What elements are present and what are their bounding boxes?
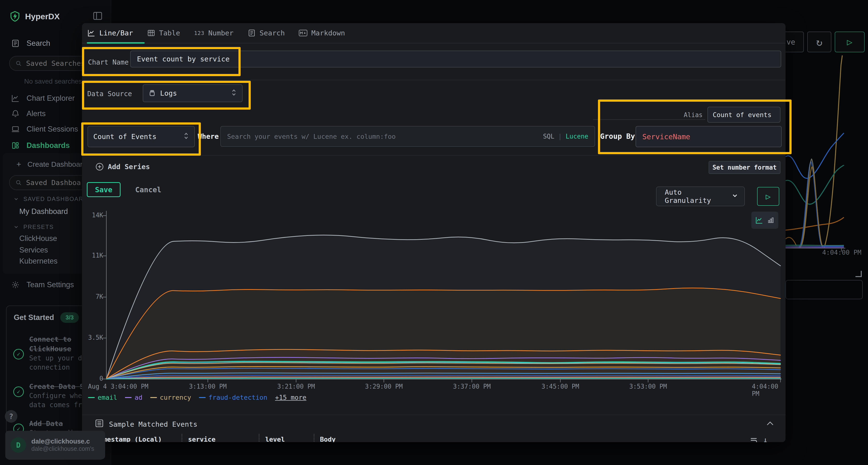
background-chart (785, 56, 868, 263)
sidebar-item-alerts[interactable]: Alerts (10, 109, 45, 119)
chart-name-input[interactable]: Event count by service (130, 51, 781, 67)
get-started-badge: 3/3 (60, 312, 79, 323)
legend-item[interactable]: fraud-detection (199, 394, 268, 401)
search-doc-icon (10, 38, 20, 48)
laptop-icon (10, 124, 20, 134)
x-tick: 3:53:00 PM (629, 383, 667, 390)
check-circle-icon: ✓ (13, 349, 24, 360)
filter-icon[interactable] (749, 437, 758, 442)
gear-icon (10, 280, 20, 290)
download-icon[interactable]: ↓ (763, 435, 768, 442)
background-chart-time-label: 4:04:00 PM (822, 248, 862, 256)
set-number-format-button[interactable]: Set number format (709, 161, 780, 174)
x-tick: 3:37:00 PM (453, 383, 491, 390)
add-series-button[interactable]: Add Series (95, 162, 150, 171)
chart-legend: email ad currency fraud-detection +15 mo… (88, 394, 306, 401)
number-123-icon: 123 (194, 30, 205, 36)
help-button[interactable]: ? (5, 410, 18, 423)
x-tick: Aug 4 3:04:00 PM (88, 383, 148, 390)
search-doc-icon (248, 29, 256, 37)
resize-handle-icon[interactable] (856, 271, 862, 277)
refresh-button[interactable]: ↻ (807, 32, 831, 52)
query-language-toggle[interactable]: SQL | Lucene (543, 133, 588, 140)
chevron-down-icon (731, 192, 739, 201)
column-header-service[interactable]: service (188, 436, 216, 442)
sidebar-item-dashboards[interactable]: Dashboards (10, 141, 70, 150)
circle-plus-icon (95, 162, 104, 171)
legend-item[interactable]: currency (150, 394, 191, 401)
x-tick: 3:21:00 PM (277, 383, 315, 390)
presets-section[interactable]: PRESETS (13, 224, 54, 230)
lucene-toggle[interactable]: Lucene (566, 133, 588, 140)
alias-input[interactable]: Count of events (707, 107, 780, 123)
markdown-icon (299, 29, 307, 37)
divider (82, 414, 785, 415)
sidebar-collapse-icon[interactable] (92, 10, 103, 22)
play-icon: ▷ (847, 37, 852, 47)
chart-line-icon (10, 94, 20, 103)
plus-icon: + (17, 160, 21, 169)
y-tick: 14K (86, 211, 103, 219)
tab-markdown[interactable]: Markdown (299, 29, 345, 37)
aggregation-select[interactable]: Count of Events (88, 126, 195, 147)
run-chart-button[interactable]: ▷ (757, 187, 779, 206)
sidebar-item-chart-explorer[interactable]: Chart Explorer (10, 94, 75, 103)
user-menu[interactable]: D dale@clickhouse.c dale@clickhouse.com'… (5, 431, 105, 459)
play-icon: ▷ (766, 192, 771, 201)
sidebar-item-client-sessions[interactable]: Client Sessions (10, 124, 78, 134)
chart-type-toggle[interactable] (751, 211, 778, 229)
legend-more-link[interactable]: +15 more (275, 394, 306, 401)
avatar: D (10, 437, 26, 453)
bell-icon (10, 109, 20, 119)
granularity-select[interactable]: Auto Granularity (656, 187, 745, 206)
x-tick: 3:13:00 PM (189, 383, 227, 390)
chevron-down-icon (13, 196, 19, 202)
tab-number[interactable]: 123 Number (194, 29, 234, 37)
tab-search[interactable]: Search (248, 29, 285, 37)
run-query-button[interactable]: ▷ (835, 32, 865, 52)
get-started-title: Get Started (14, 313, 54, 322)
divider (593, 119, 705, 120)
x-tick: 4:04:00 PM (752, 383, 778, 397)
sidebar-item-services[interactable]: Services (19, 246, 48, 255)
create-dashboard-button[interactable]: + Create Dashboard (17, 160, 87, 169)
user-subtitle: dale@clickhouse.com's (31, 445, 99, 452)
data-source-select[interactable]: Logs (143, 84, 243, 102)
tab-bar: Line/Bar Table 123 Number Search Markdow… (82, 23, 785, 43)
column-header-body[interactable]: Body (320, 436, 336, 442)
refresh-icon: ↻ (816, 36, 823, 48)
chevron-up-icon[interactable] (766, 421, 774, 426)
tab-line-bar[interactable]: Line/Bar (87, 29, 133, 37)
column-header-timestamp[interactable]: Timestamp (Local) (95, 436, 162, 442)
legend-item[interactable]: ad (125, 394, 143, 401)
sidebar-item-clickhouse[interactable]: ClickHouse (19, 234, 57, 243)
database-icon (149, 90, 156, 97)
table-icon (147, 29, 155, 37)
y-tick: 11K (86, 252, 103, 259)
y-tick: 0 (86, 375, 103, 382)
column-separator (314, 434, 314, 442)
x-tick: 3:29:00 PM (365, 383, 403, 390)
y-tick: 3.5K (86, 334, 103, 341)
sql-toggle[interactable]: SQL (543, 133, 554, 140)
group-by-input[interactable]: ServiceName (636, 126, 782, 147)
brand-name: HyperDX (25, 12, 60, 21)
sidebar-item-search[interactable]: Search (10, 38, 50, 48)
check-circle-icon: ✓ (13, 387, 24, 397)
where-input[interactable]: Search your events w/ Lucene ex. column:… (220, 126, 595, 147)
save-button[interactable]: Save (87, 182, 121, 197)
column-header-level[interactable]: level (265, 436, 285, 442)
chart-name-label: Chart Name (88, 58, 129, 66)
data-source-label: Data Source (87, 90, 132, 98)
dashboards-icon (10, 141, 20, 150)
select-updown-icon (183, 132, 189, 141)
group-by-label: Group By (600, 132, 635, 140)
select-updown-icon (231, 89, 237, 98)
legend-item[interactable]: email (88, 394, 117, 401)
bar-chart-icon (767, 217, 774, 224)
sidebar-item-team-settings[interactable]: Team Settings (10, 280, 74, 290)
sidebar-item-kubernetes[interactable]: Kubernetes (19, 257, 58, 266)
cancel-button[interactable]: Cancel (131, 182, 165, 197)
tab-table[interactable]: Table (147, 29, 180, 37)
alias-label: Alias (682, 111, 703, 119)
